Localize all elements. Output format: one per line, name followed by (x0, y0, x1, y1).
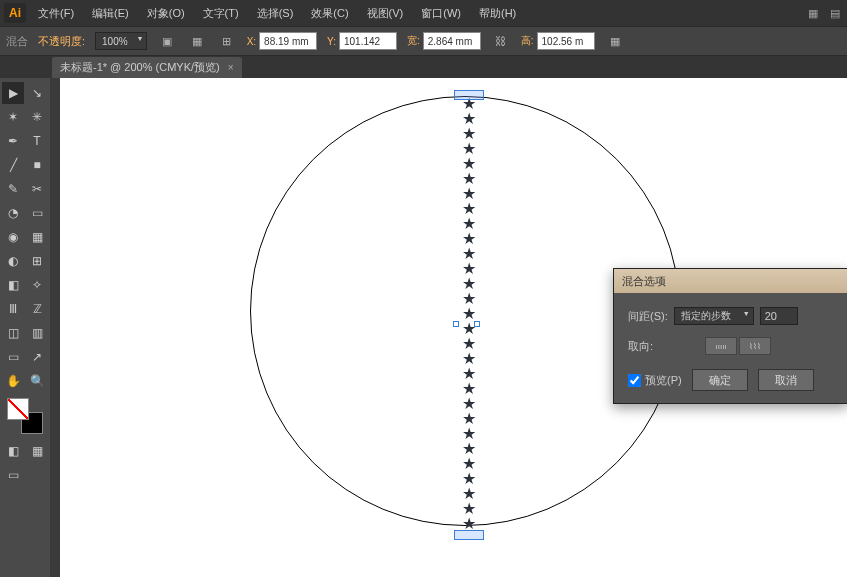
menu-file[interactable]: 文件(F) (30, 3, 82, 24)
color-mode-icon[interactable]: ◧ (2, 440, 24, 462)
options-bar: 混合 不透明度: 100% ▣ ▦ ⊞ X: Y: 宽: ⛓ 高: ▦ (0, 26, 847, 56)
gradient-mode-icon[interactable]: ▦ (26, 440, 48, 462)
orient-label: 取向: (628, 339, 653, 354)
style-icon[interactable]: ▣ (157, 31, 177, 51)
opacity-dropdown[interactable]: 100% (95, 32, 147, 50)
document-tab-bar: 未标题-1* @ 200% (CMYK/预览) × (0, 56, 847, 78)
star-icon: ★ (462, 351, 476, 366)
title-bar: Ai 文件(F) 编辑(E) 对象(O) 文字(T) 选择(S) 效果(C) 视… (0, 0, 847, 26)
zoom-tool[interactable]: 🔍 (26, 370, 48, 392)
preview-check-input[interactable] (628, 374, 641, 387)
y-input[interactable] (339, 32, 397, 50)
direct-select-tool[interactable]: ↘ (26, 82, 48, 104)
w-input[interactable] (423, 32, 481, 50)
x-input[interactable] (259, 32, 317, 50)
canvas[interactable]: ★★★★★★★★★★★★★★★★★★★★★★★★★★★★★ 混合选项 间距(S)… (60, 78, 847, 577)
ok-button[interactable]: 确定 (692, 369, 748, 391)
blend-options-dialog: 混合选项 间距(S): 指定的步数 取向: ııııı ⌇⌇⌇ (613, 268, 847, 404)
eyedropper-tool[interactable]: ✧ (26, 274, 48, 296)
link-wh-icon[interactable]: ⛓ (491, 31, 511, 51)
menu-window[interactable]: 窗口(W) (413, 3, 469, 24)
type-tool[interactable]: T (26, 130, 48, 152)
star-icon: ★ (462, 336, 476, 351)
spacing-dropdown[interactable]: 指定的步数 (674, 307, 754, 325)
line-tool[interactable]: ╱ (2, 154, 24, 176)
color-swatch[interactable] (5, 398, 45, 434)
preview-checkbox[interactable]: 预览(P) (628, 373, 682, 388)
star-icon: ★ (462, 141, 476, 156)
tab-title: 未标题-1* @ 200% (CMYK/预览) (60, 60, 220, 75)
star-icon: ★ (462, 471, 476, 486)
mesh-tool[interactable]: ⊞ (26, 250, 48, 272)
arrange-icon[interactable]: ▤ (827, 5, 843, 21)
menu-text[interactable]: 文字(T) (195, 3, 247, 24)
star-icon: ★ (462, 231, 476, 246)
cancel-button[interactable]: 取消 (758, 369, 814, 391)
orient-path-button[interactable]: ⌇⌇⌇ (739, 337, 771, 355)
star-icon: ★ (462, 426, 476, 441)
selection-handle-top[interactable] (454, 90, 484, 100)
gradient-tool[interactable]: ◧ (2, 274, 24, 296)
blend-label: 混合 (6, 34, 28, 49)
spacing-input[interactable] (760, 307, 798, 325)
h-input[interactable] (537, 32, 595, 50)
star-icon: ★ (462, 411, 476, 426)
artboard-tool[interactable]: ▥ (26, 322, 48, 344)
brush-tool[interactable]: ✎ (2, 178, 24, 200)
pen-tool[interactable]: ✒ (2, 130, 24, 152)
scale-tool[interactable]: ▭ (26, 202, 48, 224)
document-tab[interactable]: 未标题-1* @ 200% (CMYK/预览) × (52, 57, 242, 78)
star-icon: ★ (462, 216, 476, 231)
x-label: X: (247, 36, 256, 47)
orient-page-button[interactable]: ııııı (705, 337, 737, 355)
menu-edit[interactable]: 编辑(E) (84, 3, 137, 24)
titlebar-icons: ▦ ▤ (805, 5, 843, 21)
scissors-tool[interactable]: ✂ (26, 178, 48, 200)
perspective-tool[interactable]: ◐ (2, 250, 24, 272)
screen-mode-icon[interactable]: ▭ (2, 464, 24, 486)
w-label: 宽: (407, 34, 420, 48)
align-icon[interactable]: ▦ (187, 31, 207, 51)
rotate-tool[interactable]: ◔ (2, 202, 24, 224)
move-tool[interactable]: ✋ (2, 370, 24, 392)
star-icon: ★ (462, 396, 476, 411)
close-tab-icon[interactable]: × (228, 62, 234, 73)
graph-tool[interactable]: ◫ (2, 322, 24, 344)
selection-handle-mid-right[interactable] (474, 321, 480, 327)
more-icon[interactable]: ▦ (605, 31, 625, 51)
spacing-label: 间距(S): (628, 309, 668, 324)
lasso-tool[interactable]: ✳ (26, 106, 48, 128)
app-logo: Ai (4, 3, 26, 23)
star-icon: ★ (462, 306, 476, 321)
dialog-title[interactable]: 混合选项 (614, 269, 847, 293)
panel-collapse-strip[interactable] (50, 78, 60, 577)
slice-tool[interactable]: ▭ (2, 346, 24, 368)
hand-tool[interactable]: ↗ (26, 346, 48, 368)
symbol-tool[interactable]: ℤ (26, 298, 48, 320)
menu-effect[interactable]: 效果(C) (303, 3, 356, 24)
selection-handle-mid-left[interactable] (453, 321, 459, 327)
star-icon: ★ (462, 441, 476, 456)
star-icon: ★ (462, 501, 476, 516)
menu-select[interactable]: 选择(S) (249, 3, 302, 24)
rectangle-tool[interactable]: ■ (26, 154, 48, 176)
blend-star-column: ★★★★★★★★★★★★★★★★★★★★★★★★★★★★★ (458, 96, 480, 531)
h-label: 高: (521, 34, 534, 48)
shape-builder-tool[interactable]: ▦ (26, 226, 48, 248)
swatch-fill[interactable] (7, 398, 29, 420)
selection-handle-bottom[interactable] (454, 530, 484, 540)
anchor-grid-icon[interactable]: ⊞ (217, 31, 237, 51)
bridge-icon[interactable]: ▦ (805, 5, 821, 21)
menu-object[interactable]: 对象(O) (139, 3, 193, 24)
preview-label: 预览(P) (645, 373, 682, 388)
dialog-body: 间距(S): 指定的步数 取向: ııııı ⌇⌇⌇ 预览(P) (614, 293, 847, 403)
workspace: ▶ ↘ ✶ ✳ ✒ T ╱ ■ ✎ ✂ ◔ ▭ ◉ ▦ ◐ ⊞ ◧ ✧ Ⅲ ℤ … (0, 78, 847, 577)
star-icon: ★ (462, 276, 476, 291)
star-icon: ★ (462, 366, 476, 381)
selection-tool[interactable]: ▶ (2, 82, 24, 104)
width-tool[interactable]: ◉ (2, 226, 24, 248)
menu-view[interactable]: 视图(V) (359, 3, 412, 24)
menu-help[interactable]: 帮助(H) (471, 3, 524, 24)
blend-tool[interactable]: Ⅲ (2, 298, 24, 320)
magic-wand-tool[interactable]: ✶ (2, 106, 24, 128)
